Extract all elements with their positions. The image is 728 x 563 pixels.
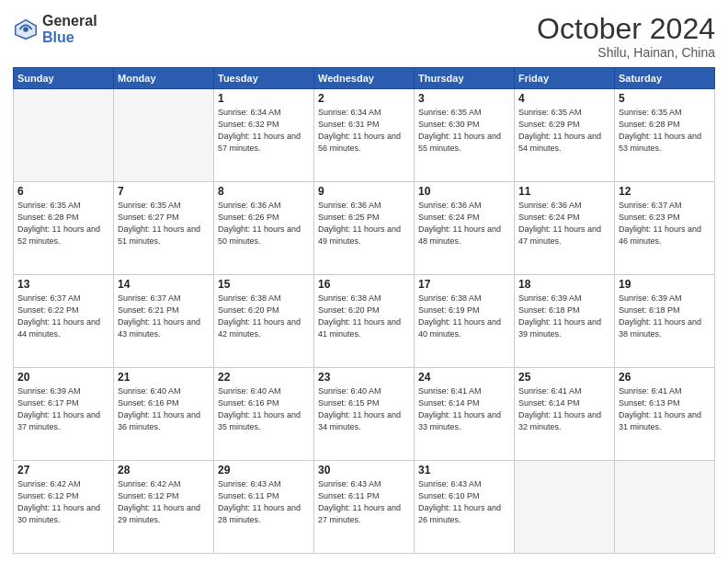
day-info: Sunrise: 6:39 AM Sunset: 6:18 PM Dayligh… xyxy=(619,293,711,340)
calendar-cell: 10Sunrise: 6:36 AM Sunset: 6:24 PM Dayli… xyxy=(415,182,515,275)
calendar-week-2: 13Sunrise: 6:37 AM Sunset: 6:22 PM Dayli… xyxy=(14,275,715,368)
day-number: 15 xyxy=(218,278,310,291)
calendar-cell xyxy=(114,89,214,182)
logo: General Blue xyxy=(13,13,97,45)
day-number: 19 xyxy=(619,278,711,291)
day-number: 7 xyxy=(118,185,210,198)
day-number: 28 xyxy=(118,464,210,477)
col-saturday: Saturday xyxy=(615,68,715,89)
calendar-cell: 25Sunrise: 6:41 AM Sunset: 6:14 PM Dayli… xyxy=(515,368,615,461)
day-info: Sunrise: 6:43 AM Sunset: 6:10 PM Dayligh… xyxy=(418,478,510,526)
day-info: Sunrise: 6:43 AM Sunset: 6:11 PM Dayligh… xyxy=(218,478,310,526)
calendar-header-row: Sunday Monday Tuesday Wednesday Thursday… xyxy=(14,68,715,89)
calendar-cell xyxy=(615,461,715,554)
day-info: Sunrise: 6:40 AM Sunset: 6:16 PM Dayligh… xyxy=(118,385,210,433)
calendar-cell: 14Sunrise: 6:37 AM Sunset: 6:21 PM Dayli… xyxy=(114,275,214,368)
title-month: October 2024 xyxy=(537,13,715,45)
calendar-cell: 3Sunrise: 6:35 AM Sunset: 6:30 PM Daylig… xyxy=(415,89,515,182)
day-number: 29 xyxy=(218,464,310,477)
col-sunday: Sunday xyxy=(14,68,114,89)
day-number: 1 xyxy=(218,92,310,105)
day-number: 23 xyxy=(318,371,410,384)
calendar-cell: 27Sunrise: 6:42 AM Sunset: 6:12 PM Dayli… xyxy=(14,461,114,554)
day-number: 14 xyxy=(118,278,210,291)
day-info: Sunrise: 6:35 AM Sunset: 6:30 PM Dayligh… xyxy=(418,107,510,155)
calendar-cell: 20Sunrise: 6:39 AM Sunset: 6:17 PM Dayli… xyxy=(14,368,114,461)
calendar-cell: 26Sunrise: 6:41 AM Sunset: 6:13 PM Dayli… xyxy=(615,368,715,461)
day-info: Sunrise: 6:40 AM Sunset: 6:15 PM Dayligh… xyxy=(318,385,410,433)
title-location: Shilu, Hainan, China xyxy=(537,45,715,60)
day-number: 16 xyxy=(318,278,410,291)
calendar-table: Sunday Monday Tuesday Wednesday Thursday… xyxy=(13,67,715,554)
day-number: 22 xyxy=(218,371,310,384)
calendar-cell: 24Sunrise: 6:41 AM Sunset: 6:14 PM Dayli… xyxy=(415,368,515,461)
logo-icon xyxy=(13,17,39,42)
logo-blue: Blue xyxy=(42,29,74,45)
day-number: 31 xyxy=(418,464,510,477)
calendar-cell: 7Sunrise: 6:35 AM Sunset: 6:27 PM Daylig… xyxy=(114,182,214,275)
day-number: 20 xyxy=(17,371,109,384)
col-friday: Friday xyxy=(515,68,615,89)
calendar-cell: 21Sunrise: 6:40 AM Sunset: 6:16 PM Dayli… xyxy=(114,368,214,461)
day-number: 13 xyxy=(17,278,109,291)
day-number: 26 xyxy=(619,371,711,384)
calendar-week-3: 20Sunrise: 6:39 AM Sunset: 6:17 PM Dayli… xyxy=(14,368,715,461)
calendar-cell: 23Sunrise: 6:40 AM Sunset: 6:15 PM Dayli… xyxy=(314,368,415,461)
title-block: October 2024 Shilu, Hainan, China xyxy=(537,13,715,60)
day-number: 6 xyxy=(17,185,109,198)
day-info: Sunrise: 6:42 AM Sunset: 6:12 PM Dayligh… xyxy=(118,478,210,526)
calendar-cell: 11Sunrise: 6:36 AM Sunset: 6:24 PM Dayli… xyxy=(515,182,615,275)
day-number: 11 xyxy=(518,185,610,198)
col-tuesday: Tuesday xyxy=(214,68,314,89)
day-info: Sunrise: 6:36 AM Sunset: 6:24 PM Dayligh… xyxy=(518,200,610,247)
day-info: Sunrise: 6:41 AM Sunset: 6:14 PM Dayligh… xyxy=(418,385,510,433)
day-number: 9 xyxy=(318,185,410,198)
calendar-cell: 1Sunrise: 6:34 AM Sunset: 6:32 PM Daylig… xyxy=(214,89,314,182)
day-info: Sunrise: 6:35 AM Sunset: 6:28 PM Dayligh… xyxy=(17,200,109,247)
logo-text-block: General Blue xyxy=(42,13,97,45)
calendar-cell: 30Sunrise: 6:43 AM Sunset: 6:11 PM Dayli… xyxy=(314,461,415,554)
day-info: Sunrise: 6:43 AM Sunset: 6:11 PM Dayligh… xyxy=(318,478,410,526)
day-info: Sunrise: 6:41 AM Sunset: 6:13 PM Dayligh… xyxy=(619,385,711,433)
day-info: Sunrise: 6:38 AM Sunset: 6:19 PM Dayligh… xyxy=(418,293,510,340)
day-info: Sunrise: 6:34 AM Sunset: 6:31 PM Dayligh… xyxy=(318,107,410,155)
day-number: 10 xyxy=(418,185,510,198)
day-info: Sunrise: 6:35 AM Sunset: 6:29 PM Dayligh… xyxy=(518,107,610,155)
day-info: Sunrise: 6:36 AM Sunset: 6:25 PM Dayligh… xyxy=(318,200,410,247)
day-number: 8 xyxy=(218,185,310,198)
day-info: Sunrise: 6:36 AM Sunset: 6:26 PM Dayligh… xyxy=(218,200,310,247)
logo-text: General Blue xyxy=(42,13,97,45)
day-info: Sunrise: 6:37 AM Sunset: 6:21 PM Dayligh… xyxy=(118,293,210,340)
calendar-cell: 8Sunrise: 6:36 AM Sunset: 6:26 PM Daylig… xyxy=(214,182,314,275)
calendar-cell: 18Sunrise: 6:39 AM Sunset: 6:18 PM Dayli… xyxy=(515,275,615,368)
day-info: Sunrise: 6:39 AM Sunset: 6:18 PM Dayligh… xyxy=(518,293,610,340)
logo-general: General xyxy=(42,13,97,29)
day-number: 3 xyxy=(418,92,510,105)
calendar-cell: 28Sunrise: 6:42 AM Sunset: 6:12 PM Dayli… xyxy=(114,461,214,554)
calendar-cell: 15Sunrise: 6:38 AM Sunset: 6:20 PM Dayli… xyxy=(214,275,314,368)
day-number: 25 xyxy=(518,371,610,384)
calendar-cell: 9Sunrise: 6:36 AM Sunset: 6:25 PM Daylig… xyxy=(314,182,415,275)
day-number: 5 xyxy=(619,92,711,105)
calendar-cell: 29Sunrise: 6:43 AM Sunset: 6:11 PM Dayli… xyxy=(214,461,314,554)
day-info: Sunrise: 6:41 AM Sunset: 6:14 PM Dayligh… xyxy=(518,385,610,433)
day-info: Sunrise: 6:36 AM Sunset: 6:24 PM Dayligh… xyxy=(418,200,510,247)
calendar-week-0: 1Sunrise: 6:34 AM Sunset: 6:32 PM Daylig… xyxy=(14,89,715,182)
day-info: Sunrise: 6:40 AM Sunset: 6:16 PM Dayligh… xyxy=(218,385,310,433)
day-number: 21 xyxy=(118,371,210,384)
calendar-cell: 2Sunrise: 6:34 AM Sunset: 6:31 PM Daylig… xyxy=(314,89,415,182)
calendar-cell: 13Sunrise: 6:37 AM Sunset: 6:22 PM Dayli… xyxy=(14,275,114,368)
day-info: Sunrise: 6:34 AM Sunset: 6:32 PM Dayligh… xyxy=(218,107,310,155)
day-number: 30 xyxy=(318,464,410,477)
calendar-cell: 4Sunrise: 6:35 AM Sunset: 6:29 PM Daylig… xyxy=(515,89,615,182)
col-wednesday: Wednesday xyxy=(314,68,415,89)
header: General Blue October 2024 Shilu, Hainan,… xyxy=(13,13,715,60)
calendar-cell: 5Sunrise: 6:35 AM Sunset: 6:28 PM Daylig… xyxy=(615,89,715,182)
day-info: Sunrise: 6:42 AM Sunset: 6:12 PM Dayligh… xyxy=(17,478,109,526)
day-info: Sunrise: 6:35 AM Sunset: 6:27 PM Dayligh… xyxy=(118,200,210,247)
calendar-cell: 16Sunrise: 6:38 AM Sunset: 6:20 PM Dayli… xyxy=(314,275,415,368)
calendar-cell xyxy=(515,461,615,554)
day-number: 18 xyxy=(518,278,610,291)
day-number: 27 xyxy=(17,464,109,477)
calendar-cell: 22Sunrise: 6:40 AM Sunset: 6:16 PM Dayli… xyxy=(214,368,314,461)
